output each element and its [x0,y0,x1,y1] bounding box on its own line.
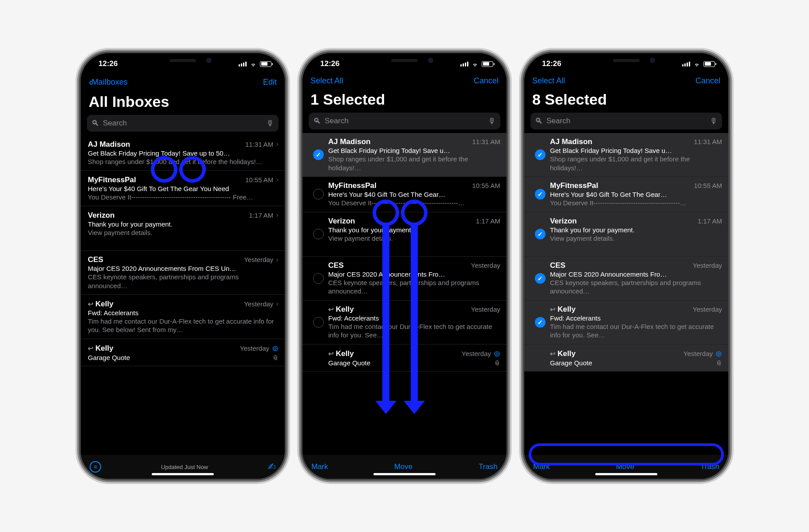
email-row[interactable]: ✓ Verizon1:17 AM Thank you for your paym… [524,212,728,257]
search-input[interactable]: 🔍︎ Search 🎙 [530,113,722,129]
email-list[interactable]: AJ Madison11:31 AM› Get Black Friday Pri… [81,135,285,455]
back-button[interactable]: ‹Mailboxes [89,76,128,88]
subject: Fwd: Accelerants [328,314,500,322]
mic-icon: 🎙 [710,117,718,126]
preview: View payment details. [550,234,722,243]
signal-icon [239,62,247,66]
checkbox-checked[interactable]: ✓ [535,273,546,284]
search-input[interactable]: 🔍︎ Search 🎙 [87,115,279,132]
phone-1: 12:26 ‹Mailboxes Edit All Inboxes 🔍︎ Sea… [81,53,285,479]
cancel-button[interactable]: Cancel [474,76,499,86]
mark-button[interactable]: Mark [311,462,328,471]
home-indicator[interactable] [595,473,657,475]
email-row[interactable]: MyFitnessPal10:55 AM› Here's Your $40 Gi… [81,171,285,206]
filter-button[interactable]: ≡ [90,461,101,473]
email-row[interactable]: ✓ AJ Madison11:31 AM Get Black Friday Pr… [302,133,507,177]
preview: You Deserve It--------------------------… [328,199,500,207]
checkbox-empty[interactable] [313,273,324,284]
email-row[interactable]: ↩︎KellyYesterday⊚ Garage Quote 📎︎ [81,339,285,366]
attachment-icon: 📎︎ [494,359,500,367]
notch [132,53,234,67]
battery-icon [482,61,493,67]
email-list[interactable]: ✓ AJ Madison11:31 AM Get Black Friday Pr… [524,133,728,455]
email-time: Yesterday› [244,255,279,264]
wifi-icon [471,61,479,67]
home-indicator[interactable] [152,473,214,475]
signal-icon [460,62,468,66]
subject: Get Black Friday Pricing Today! Save u… [550,147,722,154]
sender: ↩︎Kelly [88,300,114,309]
email-list[interactable]: ✓ AJ Madison11:31 AM Get Black Friday Pr… [302,133,507,455]
checkbox-empty[interactable] [313,189,324,200]
email-row[interactable]: Verizon1:17 AM› Thank you for your payme… [81,206,285,251]
sender: ↩︎Kelly [328,349,354,358]
checkbox-empty[interactable] [313,229,324,239]
email-row[interactable]: ↩︎KellyYesterday⊚ Garage Quote 📎︎ [524,344,728,372]
preview: Shop ranges under $1,000 and get it befo… [88,157,279,166]
mark-button[interactable]: Mark [533,462,550,471]
home-indicator[interactable] [373,473,436,475]
subject: Major CES 2020 Announcements Fro… [328,270,500,278]
preview: View payment details. [328,234,500,243]
search-icon: 🔍︎ [91,119,99,128]
email-time: 11:31 AM [694,138,722,145]
move-button[interactable]: Move [394,462,413,471]
edit-button[interactable]: Edit [263,78,277,87]
email-row[interactable]: MyFitnessPal10:55 AM Here's Your $40 Gif… [302,177,507,212]
email-row[interactable]: AJ Madison11:31 AM› Get Black Friday Pri… [81,135,285,171]
email-row[interactable]: ✓ CESYesterday Major CES 2020 Announceme… [524,257,728,301]
thread-icon: ⊚ [715,349,722,359]
checkbox-checked[interactable]: ✓ [313,149,324,160]
email-row[interactable]: ↩︎KellyYesterday› Fwd: Accelerants Tim h… [81,295,285,339]
email-time: 10:55 AM [472,182,500,189]
email-time: Yesterday⊚ [462,349,500,359]
sender: ↩︎Kelly [550,305,576,314]
email-row[interactable]: ✓ MyFitnessPal10:55 AM Here's Your $40 G… [524,177,728,212]
reply-icon: ↩︎ [550,305,556,313]
subject: Major CES 2020 Announcements Fro… [550,270,722,278]
subject: Major CES 2020 Announcements From CES Un… [88,265,279,272]
back-label: Mailboxes [92,78,128,87]
search-icon: 🔍︎ [535,117,543,126]
checkbox-checked[interactable]: ✓ [535,317,546,328]
preview: Shop ranges under $1,000 and get it befo… [328,155,500,172]
select-all-button[interactable]: Select All [310,76,343,86]
subject: Garage Quote [328,359,500,367]
compose-button[interactable]: ✍︎ [268,461,276,473]
attachment-icon: 📎︎ [272,354,279,361]
email-row[interactable]: Verizon1:17 AM Thank you for your paymen… [302,212,507,257]
select-all-button[interactable]: Select All [532,76,565,86]
email-row[interactable]: ↩︎KellyYesterday Fwd: Accelerants Tim ha… [302,301,507,344]
sender: ↩︎Kelly [550,349,576,358]
sender: AJ Madison [550,137,592,146]
chevron-right-icon: › [276,255,279,264]
checkbox-checked[interactable]: ✓ [535,229,546,239]
checkbox-checked[interactable]: ✓ [535,189,546,200]
cancel-button[interactable]: Cancel [695,76,720,86]
move-button[interactable]: Move [616,462,635,471]
email-time: 10:55 AM [694,182,722,189]
email-row[interactable]: ↩︎KellyYesterday⊚ Garage Quote 📎︎ [302,344,507,372]
email-row[interactable]: CESYesterday› Major CES 2020 Announcemen… [81,251,285,295]
nav-bar: ‹Mailboxes Edit [81,74,285,91]
subject: Garage Quote [550,359,722,367]
trash-button[interactable]: Trash [700,462,719,471]
checkbox-checked[interactable]: ✓ [535,149,546,160]
checkbox-empty[interactable] [313,317,324,328]
email-time: 1:17 AM [698,217,722,225]
email-time: 10:55 AM› [245,175,279,184]
email-row[interactable]: ✓ AJ Madison11:31 AM Get Black Friday Pr… [524,133,728,177]
email-row[interactable]: CESYesterday Major CES 2020 Announcement… [302,257,507,301]
sender: Verizon [328,217,355,226]
email-time: 1:17 AM [476,217,500,225]
email-row[interactable]: ✓ ↩︎KellyYesterday Fwd: Accelerants Tim … [524,301,728,344]
search-input[interactable]: 🔍︎ Search 🎙 [309,113,500,129]
preview: CES keynote speakers, partnerships and p… [550,278,722,296]
trash-button[interactable]: Trash [479,462,498,471]
nav-bar: Select All Cancel [302,74,507,89]
sender: ↩︎Kelly [328,305,354,314]
reply-icon: ↩︎ [328,350,334,358]
sender: CES [550,261,566,270]
email-time: Yesterday [693,305,722,313]
subject: Fwd: Accelerants [550,314,722,322]
